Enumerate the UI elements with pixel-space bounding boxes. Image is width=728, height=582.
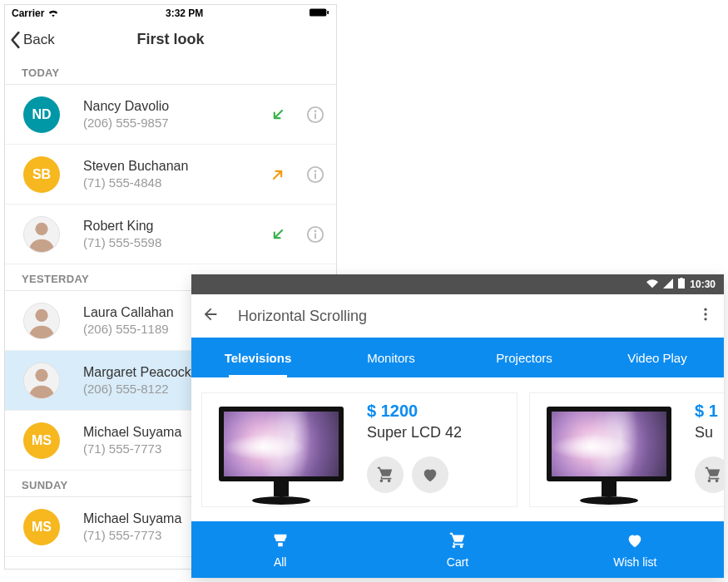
tab-televisions[interactable]: Televisions <box>191 338 324 377</box>
contact-name: Robert King <box>83 219 263 234</box>
svg-point-4 <box>314 110 317 112</box>
bottomnav-label: All <box>274 555 287 569</box>
bottomnav-cart[interactable]: Cart <box>369 521 546 578</box>
signal-icon <box>663 279 673 291</box>
carrier-label: Carrier <box>12 7 44 19</box>
product-name: Su <box>695 424 724 441</box>
svg-rect-6 <box>314 173 316 178</box>
wifi-icon <box>47 7 59 20</box>
store-icon <box>271 531 290 552</box>
bottomnav-all[interactable]: All <box>191 521 369 578</box>
battery-icon <box>310 7 329 20</box>
section-header: TODAY <box>5 58 336 85</box>
contact-name: Nancy Davolio <box>83 99 263 114</box>
avatar: ND <box>23 96 60 133</box>
svg-rect-0 <box>310 8 326 16</box>
add-to-wishlist-button[interactable] <box>412 456 448 493</box>
tab-projectors[interactable]: Projectors <box>458 338 591 377</box>
clock-label: 10:30 <box>690 279 716 290</box>
heart-icon <box>626 531 644 552</box>
tab-video-play[interactable]: Video Play <box>591 338 724 377</box>
svg-point-9 <box>35 222 47 234</box>
svg-rect-11 <box>314 233 316 238</box>
svg-point-14 <box>35 308 47 321</box>
product-card[interactable]: $ 1200 Super LCD 42 <box>201 392 518 507</box>
product-price: $ 1 <box>695 402 724 421</box>
product-name: Super LCD 42 <box>367 424 462 441</box>
svg-point-16 <box>35 368 47 381</box>
svg-point-21 <box>704 318 706 320</box>
svg-point-12 <box>314 229 317 232</box>
incoming-call-icon <box>270 106 286 123</box>
ios-nav-bar: Back First look <box>5 22 336 58</box>
contact-phone: (206) 555-9857 <box>83 116 263 130</box>
add-to-cart-button[interactable] <box>695 456 724 493</box>
avatar <box>23 216 60 253</box>
info-icon[interactable] <box>306 225 324 244</box>
back-label: Back <box>23 32 55 48</box>
add-to-cart-button[interactable] <box>367 456 404 493</box>
svg-rect-3 <box>314 113 316 118</box>
bottom-nav: AllCartWish list <box>191 521 724 578</box>
cart-icon <box>448 531 467 552</box>
android-appbar: Horizontal Scrolling <box>191 294 724 338</box>
info-icon[interactable] <box>306 106 324 124</box>
bottomnav-label: Wish list <box>613 555 656 569</box>
product-card[interactable]: $ 1 Su <box>529 392 724 507</box>
avatar <box>23 363 60 399</box>
battery-icon <box>678 278 685 291</box>
clock-label: 3:32 PM <box>166 7 203 19</box>
back-button[interactable]: Back <box>5 31 55 49</box>
info-icon[interactable] <box>306 165 324 184</box>
contact-row[interactable]: NDNancy Davolio(206) 555-9857 <box>5 85 336 145</box>
contact-phone: (71) 555-5598 <box>83 235 263 249</box>
cart-icon <box>376 466 394 484</box>
product-price: $ 1200 <box>367 402 462 421</box>
svg-rect-17 <box>678 279 685 289</box>
contact-row[interactable]: Robert King(71) 555-5598 <box>5 205 336 264</box>
back-arrow-icon[interactable] <box>201 305 220 327</box>
bottomnav-wish-list[interactable]: Wish list <box>547 521 724 578</box>
contact-phone: (71) 555-4848 <box>83 175 263 190</box>
cart-icon <box>704 466 722 484</box>
android-screen: 10:30 Horizontal Scrolling TelevisionsMo… <box>191 274 724 578</box>
contact-name: Steven Buchanan <box>83 159 263 174</box>
tab-strip: TelevisionsMonitorsProjectorsVideo Play <box>191 338 724 377</box>
svg-point-19 <box>704 308 706 311</box>
product-image <box>219 407 344 505</box>
outgoing-call-icon <box>270 166 286 183</box>
svg-point-7 <box>314 170 317 172</box>
product-carousel[interactable]: $ 1200 Super LCD 42 $ 1 Su <box>191 377 724 522</box>
incoming-call-icon <box>270 226 286 243</box>
avatar <box>23 303 60 339</box>
android-status-bar: 10:30 <box>191 274 724 294</box>
appbar-title: Horizontal Scrolling <box>238 308 697 325</box>
heart-icon <box>421 466 439 484</box>
contact-row[interactable]: SBSteven Buchanan(71) 555-4848 <box>5 145 336 205</box>
ios-status-bar: Carrier 3:32 PM <box>5 5 336 22</box>
tab-monitors[interactable]: Monitors <box>324 338 458 377</box>
avatar: MS <box>23 509 60 545</box>
wifi-icon <box>646 279 658 291</box>
svg-rect-1 <box>327 11 329 14</box>
bottomnav-label: Cart <box>447 555 468 569</box>
svg-rect-18 <box>681 278 683 279</box>
avatar: MS <box>23 422 60 459</box>
product-image <box>547 407 671 505</box>
chevron-left-icon <box>10 31 22 49</box>
svg-point-20 <box>704 313 706 315</box>
overflow-menu-icon[interactable] <box>697 306 714 326</box>
avatar: SB <box>23 156 60 193</box>
